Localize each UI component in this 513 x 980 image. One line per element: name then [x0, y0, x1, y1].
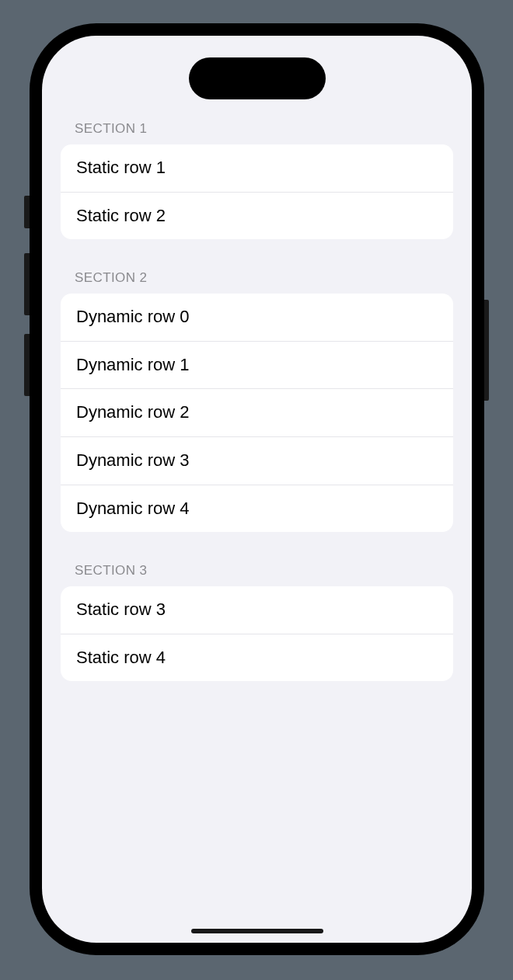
- home-indicator[interactable]: [191, 929, 323, 933]
- list-item[interactable]: Dynamic row 3: [61, 436, 453, 485]
- phone-body: Section 1 Static row 1 Static row 2 Sect…: [30, 23, 484, 955]
- list-item[interactable]: Dynamic row 4: [61, 485, 453, 533]
- section-group: Static row 3 Static row 4: [61, 586, 453, 681]
- section-header: Section 1: [61, 121, 453, 144]
- section-3: Section 3 Static row 3 Static row 4: [61, 563, 453, 681]
- list-item[interactable]: Static row 4: [61, 634, 453, 682]
- list-item[interactable]: Static row 3: [61, 586, 453, 634]
- list-item[interactable]: Dynamic row 1: [61, 341, 453, 389]
- grouped-list[interactable]: Section 1 Static row 1 Static row 2 Sect…: [42, 121, 472, 681]
- screen: Section 1 Static row 1 Static row 2 Sect…: [42, 36, 472, 943]
- section-header: Section 2: [61, 270, 453, 294]
- section-header: Section 3: [61, 563, 453, 586]
- list-item[interactable]: Static row 2: [61, 192, 453, 240]
- section-group: Static row 1 Static row 2: [61, 144, 453, 239]
- list-item[interactable]: Static row 1: [61, 144, 453, 192]
- section-1: Section 1 Static row 1 Static row 2: [61, 121, 453, 239]
- dynamic-island: [189, 57, 326, 99]
- list-item[interactable]: Dynamic row 2: [61, 388, 453, 436]
- section-2: Section 2 Dynamic row 0 Dynamic row 1 Dy…: [61, 270, 453, 532]
- section-group: Dynamic row 0 Dynamic row 1 Dynamic row …: [61, 294, 453, 532]
- list-item[interactable]: Dynamic row 0: [61, 294, 453, 341]
